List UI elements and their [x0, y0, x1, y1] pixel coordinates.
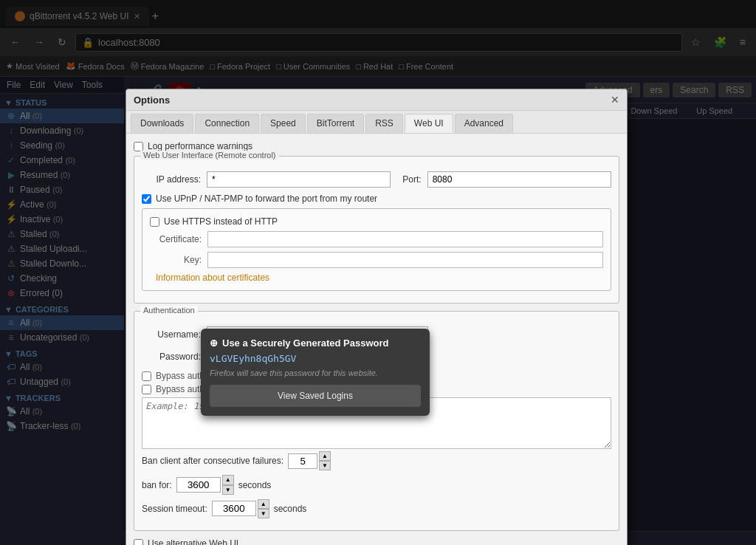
tab-bittorrent[interactable]: BitTorrent: [307, 114, 364, 133]
ip-label: IP address:: [142, 174, 201, 185]
cert-input[interactable]: [207, 231, 603, 247]
webui-section: Web User Interface (Remote control) IP a…: [134, 156, 619, 304]
bypass-checkbox-1[interactable]: [142, 371, 151, 381]
dialog-title: Options: [134, 95, 170, 106]
username-label: Username:: [142, 329, 201, 340]
https-row: Use HTTPS instead of HTTP: [150, 216, 603, 227]
popup-password-text: vLGVEyhn8qGh5GV: [210, 353, 421, 364]
ban-failures-arrows: ▲ ▼: [319, 451, 331, 470]
use-alt-webui-row: Use alternative Web UI: [134, 538, 619, 545]
popup-header: ⊕ Use a Securely Generated Password: [210, 337, 421, 349]
session-down[interactable]: ▼: [258, 509, 269, 518]
tab-rss[interactable]: RSS: [365, 114, 403, 133]
ban-failures-spinner: ▲ ▼: [288, 451, 331, 470]
upnp-label: Use UPnP / NAT-PMP to forward the port f…: [156, 193, 377, 204]
upnp-row: Use UPnP / NAT-PMP to forward the port f…: [142, 193, 611, 204]
log-perf-row: Log performance warnings: [134, 141, 619, 151]
session-timeout-input[interactable]: [212, 501, 256, 516]
https-label: Use HTTPS instead of HTTP: [164, 216, 278, 227]
options-dialog: Options ✕ Downloads Connection Speed Bit…: [126, 89, 628, 545]
password-popup: ⊕ Use a Securely Generated Password vLGV…: [201, 329, 430, 416]
use-alt-webui-label: Use alternative Web UI: [148, 538, 238, 545]
port-label: Port:: [402, 174, 421, 185]
ban-failures-row: Ban client after consecutive failures: ▲…: [142, 451, 611, 470]
tab-advanced[interactable]: Advanced: [455, 114, 513, 133]
use-alt-webui-checkbox[interactable]: [134, 539, 143, 545]
session-timeout-label: Session timeout:: [142, 504, 207, 514]
ban-for-label: ban for:: [142, 480, 172, 490]
cert-label: Certificate:: [150, 234, 202, 244]
webui-section-title: Web User Interface (Remote control): [140, 151, 279, 160]
session-timeout-arrows: ▲ ▼: [258, 499, 269, 518]
tab-connection[interactable]: Connection: [195, 114, 259, 133]
ban-failures-label: Ban client after consecutive failures:: [142, 456, 284, 466]
ban-for-down[interactable]: ▼: [222, 485, 234, 495]
log-perf-checkbox[interactable]: [134, 142, 143, 151]
https-section: Use HTTPS instead of HTTP Certificate: K…: [142, 208, 611, 291]
popup-header-text: Use a Securely Generated Password: [222, 337, 388, 349]
ban-for-spinner: ▲ ▼: [176, 475, 234, 494]
cert-info-link[interactable]: Information about certificates: [156, 272, 269, 283]
ip-address-input[interactable]: [207, 171, 391, 188]
bypass-checkbox-2[interactable]: [142, 385, 151, 394]
tab-webui[interactable]: Web UI: [405, 114, 453, 133]
session-up[interactable]: ▲: [258, 499, 269, 509]
ban-for-up[interactable]: ▲: [222, 475, 234, 484]
key-label: Key:: [150, 255, 202, 265]
ip-port-row: IP address: Port:: [142, 171, 611, 188]
dialog-tabs: Downloads Connection Speed BitTorrent RS…: [126, 111, 627, 134]
tab-speed[interactable]: Speed: [261, 114, 306, 133]
dialog-close-button[interactable]: ✕: [611, 94, 619, 106]
https-checkbox[interactable]: [150, 217, 159, 227]
port-input[interactable]: [427, 171, 611, 188]
ban-failures-input[interactable]: [288, 453, 317, 469]
session-seconds-label: seconds: [274, 504, 307, 514]
key-input[interactable]: [207, 252, 603, 268]
upnp-checkbox[interactable]: [142, 194, 151, 204]
ban-seconds-label: seconds: [238, 480, 272, 490]
ban-for-arrows: ▲ ▼: [222, 475, 234, 494]
session-timeout-spinner: ▲ ▼: [212, 499, 269, 518]
session-timeout-row: Session timeout: ▲ ▼ seconds: [142, 499, 611, 518]
password-label: Password:: [142, 352, 201, 362]
log-perf-label: Log performance warnings: [148, 141, 252, 151]
cert-row: Certificate:: [150, 231, 603, 247]
view-saved-logins-button[interactable]: View Saved Logins: [210, 385, 421, 407]
popup-subtitle: Firefox will save this password for this…: [210, 369, 421, 377]
tab-downloads[interactable]: Downloads: [131, 114, 193, 133]
ban-for-row: ban for: ▲ ▼ seconds: [142, 475, 611, 494]
ban-failures-down[interactable]: ▼: [319, 461, 331, 470]
key-generate-icon: ⊕: [210, 337, 218, 349]
auth-section-title: Authentication: [140, 306, 198, 315]
ban-for-input[interactable]: [176, 477, 221, 493]
ban-failures-up[interactable]: ▲: [319, 451, 331, 461]
dialog-title-bar: Options ✕: [126, 89, 627, 111]
key-row: Key:: [150, 252, 603, 268]
